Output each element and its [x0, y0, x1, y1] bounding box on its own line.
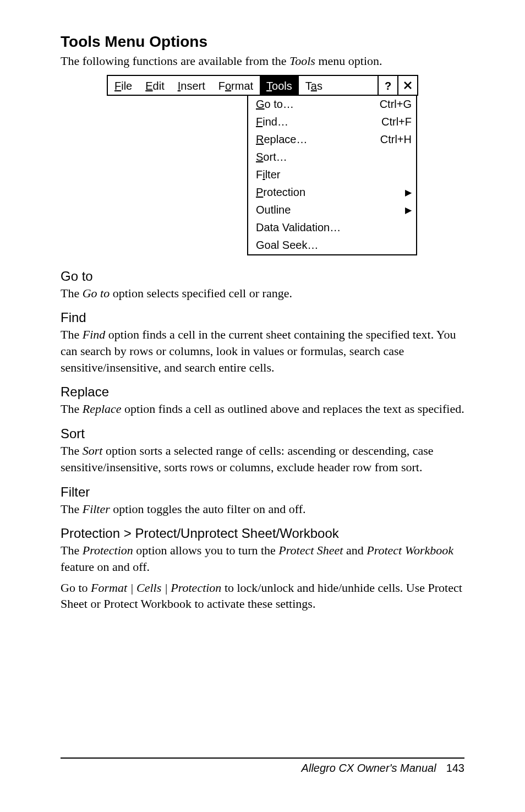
para-protection-2: Go to Format | Cells | Protection to loc… — [61, 580, 464, 612]
menu-item-filter[interactable]: Filter — [248, 166, 416, 184]
subhead-sort: Sort — [61, 426, 464, 442]
menu-item-data-validation[interactable]: Data Validation… — [248, 219, 416, 237]
shortcut-goto: Ctrl+G — [380, 98, 412, 111]
para-protection-1: The Protection option allows you to turn… — [61, 542, 464, 575]
intro-pre: The following functions are available fr… — [61, 54, 289, 68]
intro-post: menu option. — [315, 54, 382, 68]
para-find: The Find option finds a cell in the curr… — [61, 326, 464, 375]
shortcut-find: Ctrl+F — [381, 116, 412, 128]
para-filter: The Filter option toggles the auto filte… — [61, 501, 464, 517]
submenu-arrow-icon: ▶ — [405, 187, 412, 198]
section-title: Tools Menu Options — [61, 33, 464, 51]
subhead-goto: Go to — [61, 269, 464, 284]
menu-tas-post: s — [317, 80, 322, 92]
subhead-protection: Protection > Protect/Unprotect Sheet/Wor… — [61, 526, 464, 541]
menu-tools[interactable]: Tools — [260, 76, 299, 95]
subhead-replace: Replace — [61, 384, 464, 400]
menu-file[interactable]: File — [108, 76, 139, 95]
menu-item-find[interactable]: Find… Ctrl+F — [248, 113, 416, 131]
menu-help[interactable]: ? — [379, 76, 397, 95]
menu-item-sort[interactable]: Sort… — [248, 149, 416, 166]
tools-dropdown: Go to… Ctrl+G Find… Ctrl+F Replace… Ctrl… — [247, 96, 417, 255]
menu-item-goto[interactable]: Go to… Ctrl+G — [248, 96, 416, 113]
close-icon — [403, 80, 413, 90]
menu-close[interactable] — [398, 76, 417, 95]
page-footer: Allegro CX Owner's Manual143 — [61, 757, 464, 775]
menu-tasks-truncated[interactable]: Tas — [299, 76, 378, 95]
subhead-find: Find — [61, 310, 464, 325]
menu-edit-rest: dit — [153, 80, 165, 92]
submenu-arrow-icon: ▶ — [405, 205, 412, 215]
menu-edit-mnemonic: E — [145, 80, 152, 92]
menu-screenshot: File Edit Insert Format Tools Tas ? — [107, 75, 418, 255]
menu-tas-pre: T — [305, 80, 311, 92]
intro-paragraph: The following functions are available fr… — [61, 53, 464, 69]
menubar: File Edit Insert Format Tools Tas ? — [107, 75, 418, 96]
subhead-filter: Filter — [61, 484, 464, 500]
menu-item-goal-seek[interactable]: Goal Seek… — [248, 237, 416, 254]
menu-insert[interactable]: Insert — [171, 76, 212, 95]
help-icon: ? — [385, 80, 391, 92]
para-replace: The Replace option finds a cell as outli… — [61, 401, 464, 417]
menu-tas-mnemonic: a — [311, 80, 317, 92]
menu-file-mnemonic: F — [114, 80, 121, 92]
menu-insert-rest: nsert — [181, 80, 205, 92]
footer-page-number: 143 — [446, 762, 464, 774]
menu-item-outline[interactable]: Outline ▶ — [248, 201, 416, 219]
footer-rule — [61, 757, 464, 759]
menu-edit[interactable]: Edit — [139, 76, 171, 95]
menu-format-mnemonic: o — [225, 80, 231, 92]
menu-format-pre: F — [218, 80, 225, 92]
menu-tools-rest: ools — [272, 80, 292, 92]
menu-format-post: rmat — [231, 80, 253, 92]
menu-format[interactable]: Format — [212, 76, 260, 95]
shortcut-replace: Ctrl+H — [380, 133, 412, 146]
para-goto: The Go to option selects specified cell … — [61, 285, 464, 302]
menu-item-replace[interactable]: Replace… Ctrl+H — [248, 131, 416, 149]
menu-item-protection[interactable]: Protection ▶ — [248, 184, 416, 201]
menu-file-rest: ile — [121, 80, 132, 92]
footer-title: Allegro CX Owner's Manual — [302, 762, 436, 774]
intro-italic: Tools — [289, 54, 315, 68]
menu-tools-mnemonic: T — [266, 80, 272, 92]
para-sort: The Sort option sorts a selected range o… — [61, 443, 464, 475]
